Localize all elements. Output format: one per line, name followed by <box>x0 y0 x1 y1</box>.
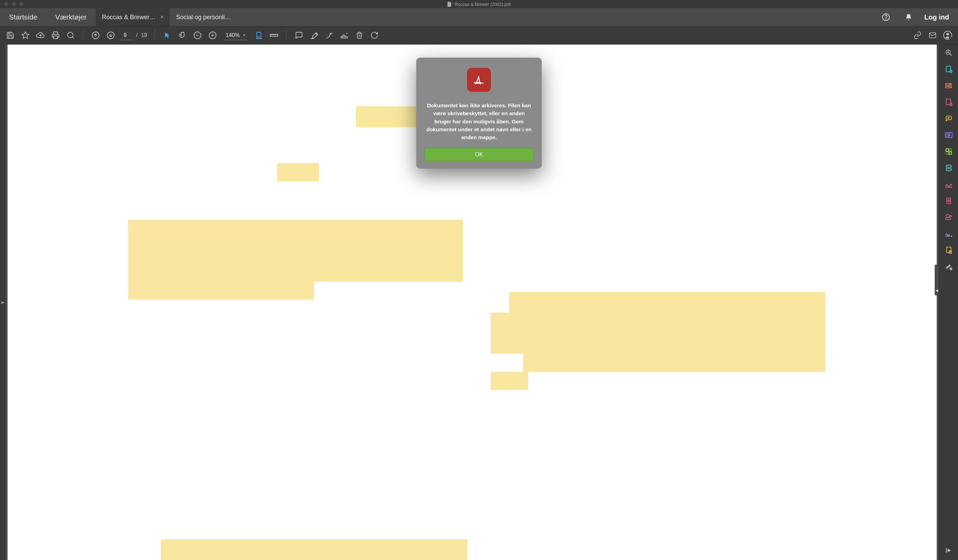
highlight-mark[interactable] <box>277 163 319 181</box>
close-window-button[interactable] <box>4 2 8 6</box>
svg-point-53 <box>948 167 950 169</box>
svg-rect-50 <box>946 152 948 154</box>
draw-button[interactable] <box>322 28 336 42</box>
export-icon <box>945 131 953 138</box>
fit-width-icon <box>255 31 263 40</box>
menu-home[interactable]: Startside <box>0 8 46 26</box>
hand-tool-button[interactable] <box>176 28 189 42</box>
right-tools-sidebar <box>939 44 958 560</box>
toolbar-separator <box>155 30 155 41</box>
sidebar-comment-button[interactable] <box>944 114 953 123</box>
cloud-upload-icon <box>36 31 45 40</box>
highlight-mark[interactable] <box>491 313 825 333</box>
sidebar-expand-button[interactable] <box>944 546 953 555</box>
highlight-mark[interactable] <box>356 106 425 127</box>
comment-tool-icon <box>945 115 953 122</box>
tab-label: Social og personli… <box>176 14 231 21</box>
link-icon <box>913 31 922 40</box>
svg-rect-15 <box>257 32 261 37</box>
highlight-mark[interactable] <box>491 372 528 390</box>
highlight-mark[interactable] <box>128 220 463 240</box>
dialog-ok-button[interactable]: OK <box>425 148 533 161</box>
mail-button[interactable] <box>926 28 939 42</box>
sidebar-fill-sign-button[interactable] <box>944 229 953 239</box>
search-plus-icon <box>945 49 953 57</box>
stamp-button[interactable] <box>338 28 351 42</box>
highlight-button[interactable] <box>307 28 321 42</box>
ruler-button[interactable] <box>267 28 281 42</box>
fit-width-button[interactable] <box>252 28 266 42</box>
page-down-button[interactable] <box>104 28 117 42</box>
tab-document-1[interactable]: Roccas & Brewer… × <box>96 8 170 26</box>
traffic-lights <box>4 2 23 6</box>
notifications-button[interactable] <box>902 10 915 24</box>
highlight-mark[interactable] <box>523 354 825 372</box>
highlight-mark[interactable] <box>509 292 825 313</box>
highlight-mark[interactable] <box>491 333 825 354</box>
zoom-out-icon <box>194 31 201 40</box>
sidebar-redact-button[interactable] <box>944 212 953 222</box>
sidebar-combine-button[interactable] <box>944 81 953 90</box>
sidebar-sign-button[interactable] <box>944 180 953 189</box>
comment-button[interactable] <box>292 28 306 42</box>
page-separator: / <box>136 32 138 38</box>
save-button[interactable] <box>3 28 17 42</box>
chevron-down-icon: ▼ <box>243 33 246 37</box>
highlight-mark[interactable] <box>161 539 467 560</box>
zoom-in-icon <box>208 31 217 40</box>
zoom-level-dropdown[interactable]: 140% ▼ <box>224 31 247 40</box>
compare-icon <box>945 246 953 254</box>
sidebar-create-pdf-button[interactable] <box>944 65 953 74</box>
create-pdf-icon <box>945 65 953 73</box>
rotate-icon <box>370 31 379 40</box>
highlight-mark[interactable] <box>128 240 463 261</box>
select-tool-button[interactable] <box>160 28 174 42</box>
menu-tools[interactable]: Værktøjer <box>46 8 96 26</box>
login-link[interactable]: Log ind <box>925 13 949 21</box>
svg-rect-3 <box>54 36 58 39</box>
sidebar-organize-button[interactable] <box>944 147 953 156</box>
sidebar-more-tools-button[interactable] <box>944 262 953 271</box>
page-total: 19 <box>141 32 147 38</box>
profile-button[interactable]: + <box>941 28 955 42</box>
arrow-up-circle-icon <box>92 31 100 40</box>
zoom-in-button[interactable] <box>206 28 219 42</box>
svg-marker-2 <box>22 32 29 38</box>
tab-label: Roccas & Brewer… <box>102 14 155 21</box>
star-button[interactable] <box>19 28 32 42</box>
zoom-out-button[interactable] <box>190 28 205 42</box>
maximize-window-button[interactable] <box>19 2 23 6</box>
highlight-mark[interactable] <box>128 282 314 300</box>
zoom-level-text: 140% <box>225 32 240 38</box>
left-panel-toggle[interactable]: ▶ <box>0 44 5 560</box>
help-button[interactable] <box>879 10 893 24</box>
svg-point-57 <box>946 215 949 218</box>
window-titlebar: Roccas & Brewer (2002).pdf <box>0 0 958 8</box>
page-number-input[interactable] <box>119 30 131 40</box>
tab-document-2[interactable]: Social og personli… <box>170 8 237 26</box>
sidebar-search-button[interactable] <box>944 48 953 58</box>
sidebar-edit-pdf-button[interactable] <box>944 97 953 107</box>
page-up-button[interactable] <box>89 28 103 42</box>
highlight-mark[interactable] <box>128 261 463 282</box>
sidebar-export-button[interactable] <box>944 130 953 140</box>
svg-rect-48 <box>946 149 948 151</box>
rotate-button[interactable] <box>368 28 381 42</box>
link-button[interactable] <box>911 28 925 42</box>
dialog-message: Dokumentet kan ikke arkiveres. Filen kan… <box>425 101 533 141</box>
sidebar-compare-button[interactable] <box>944 245 953 255</box>
sidebar-scan-button[interactable] <box>944 163 953 173</box>
minimize-window-button[interactable] <box>12 2 16 6</box>
sidebar-protect-button[interactable] <box>944 196 953 206</box>
right-panel-collapse-handle[interactable]: ◀ <box>935 264 939 296</box>
delete-button[interactable] <box>352 28 366 42</box>
tab-close-button[interactable]: × <box>160 14 163 20</box>
toolbar-separator <box>286 30 287 41</box>
print-button[interactable] <box>49 28 62 42</box>
star-icon <box>21 31 30 40</box>
search-button[interactable] <box>64 28 78 42</box>
fill-sign-icon <box>945 230 953 237</box>
svg-point-1 <box>886 19 886 19</box>
chevron-left-icon: ◀ <box>935 288 938 293</box>
cloud-upload-button[interactable] <box>33 28 47 42</box>
